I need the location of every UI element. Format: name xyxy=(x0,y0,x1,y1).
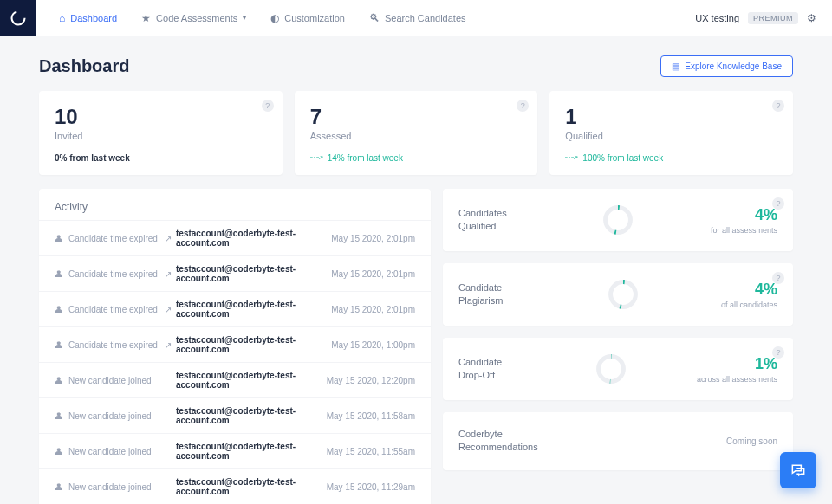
svg-point-0 xyxy=(12,11,25,24)
activity-row[interactable]: 👤︎Candidate time expired↗ testaccount@co… xyxy=(39,255,431,291)
activity-time: May 15 2020, 1:00pm xyxy=(331,340,415,350)
home-icon: ⌂ xyxy=(59,12,65,24)
trend-up-icon: 〰↗ xyxy=(565,153,578,163)
external-link-icon: ↗ xyxy=(165,269,172,279)
activity-row[interactable]: 👤︎New candidate joined testaccount@coder… xyxy=(39,397,431,433)
activity-time: May 15 2020, 2:01pm xyxy=(331,269,415,279)
user-icon: 👤︎ xyxy=(55,447,63,456)
activity-event: Candidate time expired xyxy=(68,234,158,243)
activity-email: testaccount@coderbyte-test-account.com xyxy=(176,335,331,354)
external-link-icon: ↗ xyxy=(165,305,172,314)
info-icon[interactable]: ? xyxy=(772,346,784,359)
activity-row[interactable]: 👤︎Candidate time expired↗ testaccount@co… xyxy=(39,291,431,326)
premium-badge: PREMIUM xyxy=(748,12,798,24)
metric-percent: 4% xyxy=(721,281,777,299)
metric-subtitle: across all assessments xyxy=(697,375,777,384)
stat-card: ? 7 Assessed 〰↗14% from last week xyxy=(295,91,538,175)
coming-soon-label: Coming soon xyxy=(726,436,777,446)
nav-assessments[interactable]: ★Code Assessments▾ xyxy=(141,12,246,24)
activity-event: Candidate time expired xyxy=(68,269,158,279)
external-link-icon: ↗ xyxy=(165,234,172,243)
user-icon: 👤︎ xyxy=(55,305,63,314)
chevron-down-icon: ▾ xyxy=(243,14,246,22)
svg-point-3 xyxy=(611,282,636,307)
metric-title: CandidatePlagiarism xyxy=(458,281,526,308)
external-link-icon: ↗ xyxy=(165,340,172,350)
activity-time: May 15 2020, 2:01pm xyxy=(331,234,415,243)
user-icon: 👤︎ xyxy=(55,234,63,243)
nav-customization[interactable]: ◐Customization xyxy=(270,12,345,24)
metric-percent: 4% xyxy=(711,206,777,224)
user-icon: 👤︎ xyxy=(55,482,63,492)
activity-email: testaccount@coderbyte-test-account.com xyxy=(176,264,331,283)
app-logo[interactable] xyxy=(0,0,36,36)
stat-trend: 0% from last week xyxy=(55,153,267,163)
chat-button[interactable] xyxy=(780,452,816,488)
account-name[interactable]: UX testing xyxy=(695,13,739,23)
search-icon: 🔍︎ xyxy=(369,12,380,24)
activity-event: Candidate time expired xyxy=(68,305,158,314)
activity-row[interactable]: 👤︎Candidate time expired↗ testaccount@co… xyxy=(39,220,431,255)
star-icon: ★ xyxy=(141,12,151,24)
stat-number: 10 xyxy=(55,105,267,129)
gear-icon[interactable]: ⚙ xyxy=(807,12,816,24)
info-icon[interactable]: ? xyxy=(517,100,529,112)
activity-email: testaccount@coderbyte-test-account.com xyxy=(176,229,331,248)
activity-email: testaccount@coderbyte-test-account.com xyxy=(176,442,327,461)
activity-time: May 15 2020, 2:01pm xyxy=(331,305,415,314)
metric-card: ? CandidatesQualified 4%for all assessme… xyxy=(443,189,793,251)
metric-card: ? CandidatePlagiarism 4%of all candidate… xyxy=(443,263,793,326)
svg-point-1 xyxy=(606,208,631,233)
activity-event: New candidate joined xyxy=(68,482,152,492)
activity-time: May 15 2020, 11:55am xyxy=(327,447,415,456)
stat-trend: 〰↗100% from last week xyxy=(565,153,777,163)
metric-subtitle: of all candidates xyxy=(721,300,777,309)
book-icon: ▤ xyxy=(672,61,679,71)
activity-time: May 15 2020, 11:58am xyxy=(327,411,415,421)
activity-email: testaccount@coderbyte-test-account.com xyxy=(176,371,327,390)
palette-icon: ◐ xyxy=(270,12,279,24)
activity-title: Activity xyxy=(39,201,431,220)
nav-dashboard[interactable]: ⌂Dashboard xyxy=(59,12,117,24)
metric-card: ? CandidateDrop-Off 1%across all assessm… xyxy=(443,338,793,400)
metric-percent: 1% xyxy=(697,355,777,373)
activity-email: testaccount@coderbyte-test-account.com xyxy=(176,406,327,425)
stat-card: ? 10 Invited 0% from last week xyxy=(39,91,283,175)
activity-row[interactable]: 👤︎New candidate joined testaccount@coder… xyxy=(39,433,431,468)
stat-number: 7 xyxy=(310,105,523,129)
stat-trend: 〰↗14% from last week xyxy=(310,153,523,163)
recommendations-card: CoderbyteRecommendationsComing soon xyxy=(443,412,793,470)
nav-search[interactable]: 🔍︎Search Candidates xyxy=(369,12,466,24)
user-icon: 👤︎ xyxy=(55,340,63,350)
metric-title: CandidatesQualified xyxy=(458,207,526,234)
activity-event: New candidate joined xyxy=(68,376,152,385)
user-icon: 👤︎ xyxy=(55,411,63,421)
trend-up-icon: 〰↗ xyxy=(310,153,323,163)
activity-time: May 15 2020, 11:29am xyxy=(327,482,415,492)
stat-label: Qualified xyxy=(565,131,777,141)
activity-event: New candidate joined xyxy=(68,411,152,421)
page-title: Dashboard xyxy=(39,56,129,76)
activity-row[interactable]: 👤︎New candidate joined testaccount@coder… xyxy=(39,468,431,504)
activity-time: May 15 2020, 12:20pm xyxy=(327,376,415,385)
user-icon: 👤︎ xyxy=(55,376,63,385)
info-icon[interactable]: ? xyxy=(262,100,274,112)
stat-number: 1 xyxy=(565,105,777,129)
explore-knowledge-button[interactable]: ▤Explore Knowledge Base xyxy=(660,55,793,77)
activity-row[interactable]: 👤︎Candidate time expired↗ testaccount@co… xyxy=(39,326,431,362)
activity-event: New candidate joined xyxy=(68,447,152,456)
metric-title: CandidateDrop-Off xyxy=(458,356,526,383)
activity-event: Candidate time expired xyxy=(68,340,158,350)
metric-title: CoderbyteRecommendations xyxy=(458,428,538,455)
stat-card: ? 1 Qualified 〰↗100% from last week xyxy=(549,91,793,175)
info-icon[interactable]: ? xyxy=(772,197,784,210)
info-icon[interactable]: ? xyxy=(772,100,784,112)
stat-label: Invited xyxy=(55,131,267,141)
activity-email: testaccount@coderbyte-test-account.com xyxy=(176,300,331,319)
user-icon: 👤︎ xyxy=(55,269,63,279)
activity-row[interactable]: 👤︎New candidate joined testaccount@coder… xyxy=(39,362,431,397)
info-icon[interactable]: ? xyxy=(772,272,784,284)
activity-email: testaccount@coderbyte-test-account.com xyxy=(176,477,327,496)
metric-subtitle: for all assessments xyxy=(711,226,777,235)
stat-label: Assessed xyxy=(310,131,523,141)
